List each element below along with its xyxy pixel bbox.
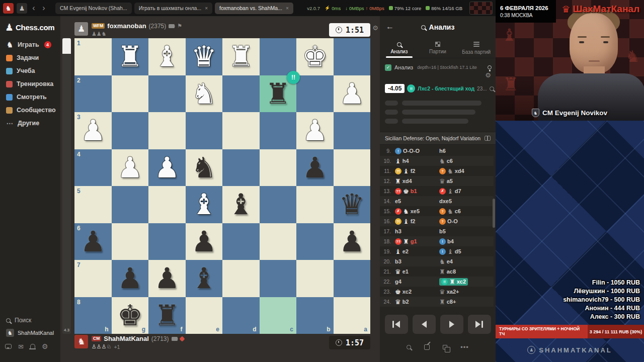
square-g4[interactable]: ♟ [112,149,149,187]
square-d7[interactable] [222,260,260,297]
more-options-icon[interactable]: ••• [460,344,469,350]
square-c1[interactable] [260,38,297,75]
share-layers-icon[interactable] [443,345,447,349]
lightbulb-icon[interactable] [488,65,492,69]
settings-gear-icon[interactable]: ⚙ [42,343,48,350]
tab-close-icon[interactable]: × [286,6,289,11]
white-piece-e2[interactable]: ♞ [186,75,223,113]
player-name[interactable]: foxmanoban [107,22,146,30]
square-f4[interactable]: ♟ [148,149,186,187]
flag-icon[interactable]: ⚑ [177,23,182,29]
tab-board[interactable]: Партии [419,38,457,58]
video-icon[interactable] [169,24,175,28]
square-d3[interactable] [222,112,260,149]
square-f5[interactable] [148,186,186,223]
move-black[interactable]: ✗♝d7 [439,188,484,195]
sidebar-item[interactable]: Сообщество [0,104,60,117]
square-a2[interactable]: ♟ [334,75,371,113]
square-d2[interactable] [222,75,260,113]
move-black[interactable]: ?♞c6 [439,208,484,215]
square-c7[interactable] [260,260,297,297]
extension-icon[interactable]: ♟ [17,3,27,14]
white-piece-f4[interactable]: ♟ [148,149,186,187]
opponent-avatar[interactable]: ♟ [74,22,88,36]
move-black[interactable]: ♞e4 [439,258,484,265]
move-white[interactable]: h3 [395,228,439,234]
browser-tab[interactable]: CM Evgenij Novikov (Shah... [55,3,132,14]
black-piece-f7[interactable]: ♟ [148,260,186,297]
square-h7[interactable]: 7 [74,260,112,297]
square-h1[interactable]: 1 [74,38,112,75]
black-piece-b4[interactable]: ♟ [296,149,334,187]
notifications-bell-icon[interactable] [30,344,35,348]
square-b2[interactable] [296,75,334,113]
chesscom-logo[interactable]: ♟ Chess.com [0,16,60,36]
move-black[interactable]: ♜c8+ [439,299,484,305]
black-piece-g7[interactable]: ♟ [112,260,149,297]
square-d1[interactable]: ♜ [222,38,260,75]
black-piece-e7[interactable]: ♝ [186,260,223,297]
white-piece-a2[interactable]: ♟ [334,75,371,113]
last-move-button[interactable] [468,315,491,334]
square-g7[interactable]: ♟ [112,260,149,297]
move-black[interactable]: h6 [439,148,484,154]
square-e7[interactable]: ♝ [186,260,223,297]
board-settings-icon[interactable]: ⚙ [372,24,378,32]
move-white[interactable]: ♛b2 [395,299,439,305]
square-e5[interactable]: ♝ [186,186,223,223]
square-e3[interactable] [186,112,223,149]
white-piece-f1[interactable]: ♝ [148,38,186,75]
square-b3[interactable]: ♟ [296,112,334,149]
move-white[interactable]: ♛e1 [395,268,439,275]
white-piece-g1[interactable]: ♜ [112,38,149,75]
square-h5[interactable]: 5 [74,186,112,223]
move-list-scrollbar[interactable] [493,146,495,307]
player-name[interactable]: ShahMatKanal [104,335,149,342]
first-move-button[interactable] [385,315,408,334]
move-black[interactable]: !♝d5 [439,248,484,255]
move-black[interactable]: ♛a5 [439,178,484,185]
sidebar-item[interactable]: Задачи [0,51,60,64]
square-e2[interactable]: ♞ [186,75,223,113]
black-piece-a6[interactable]: ♟ [334,223,371,260]
black-piece-e4[interactable]: ♞ [186,149,223,187]
white-piece-b1[interactable]: ♚ [296,38,334,75]
move-white[interactable]: ♜xd4 [395,178,439,185]
move-black[interactable]: !!♜xc2 [439,278,484,286]
move-white[interactable]: ♚xc2 [395,289,439,295]
square-c6[interactable] [260,223,297,260]
square-e8[interactable]: e [186,297,223,334]
square-d4[interactable] [222,149,260,187]
move-white[interactable]: ♝h4 [395,158,439,164]
mail-icon[interactable]: ✉ [18,343,24,350]
move-black[interactable]: ♜ac8 [439,268,484,275]
black-piece-a5[interactable]: ♛ [334,186,371,223]
forward-nav-icon[interactable]: › [40,4,47,12]
square-c2[interactable]: ♜!! [260,75,297,113]
opening-row[interactable]: Sicilian Defense: Open, Najdorf Variatio… [380,132,496,145]
move-white[interactable]: !O-O-O [395,148,439,154]
square-h2[interactable]: 2 [74,75,112,113]
browser-tab[interactable]: foxmanoban vs. ShahMa...× [215,3,293,14]
move-white[interactable]: g4 [395,279,439,285]
square-c8[interactable]: c [260,297,297,334]
engine-settings-icon[interactable]: ⚙ [485,71,491,79]
tab-close-icon[interactable]: × [205,6,208,11]
square-a5[interactable]: ♛ [334,186,371,223]
move-white[interactable]: ?!♝f2 [395,218,439,225]
move-black[interactable]: !b4 [439,238,484,245]
square-f3[interactable] [148,112,186,149]
square-a4[interactable] [334,149,371,187]
square-f1[interactable]: ♝ [148,38,186,75]
black-piece-d5[interactable]: ♝ [222,186,260,223]
previous-move-button[interactable] [413,315,436,334]
move-white[interactable]: b3 [395,258,439,264]
analysis-checkbox[interactable]: ✓ [385,64,391,71]
square-h4[interactable]: 4 [74,149,112,187]
sidebar-item[interactable]: Тренировка [0,77,60,90]
inspect-icon[interactable] [490,86,494,91]
square-f2[interactable] [148,75,186,113]
white-piece-g4[interactable]: ♟ [112,149,149,187]
square-b8[interactable]: b [296,297,334,334]
sidebar-item[interactable]: ♞Играть4 [0,38,60,51]
